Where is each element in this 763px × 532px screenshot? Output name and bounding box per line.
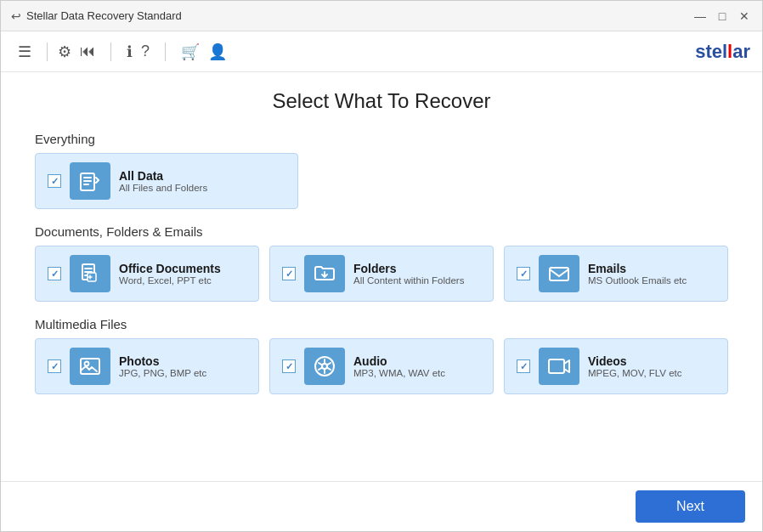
documents-card-row: Office Documents Word, Excel, PPT etc Fo… [35, 246, 728, 302]
app-title: Stellar Data Recovery Standard [26, 9, 182, 22]
svg-rect-3 [550, 268, 568, 280]
folders-icon [304, 255, 345, 292]
main-content: Select What To Recover Everything All Da… [1, 72, 762, 481]
card-all-data[interactable]: All Data All Files and Folders [35, 153, 298, 209]
photos-subtitle: JPG, PNG, BMP etc [119, 368, 206, 378]
audio-title: Audio [353, 354, 445, 368]
toolbar-left: ☰ ⚙ ⏮ ℹ ? 🛒 👤 [13, 39, 227, 65]
card-videos[interactable]: Videos MPEG, MOV, FLV etc [504, 338, 728, 394]
maximize-button[interactable]: □ [715, 8, 730, 24]
settings-icon[interactable]: ⚙ [58, 42, 71, 61]
toolbar-separator-3 [165, 42, 166, 61]
all-data-icon [70, 162, 110, 200]
title-bar-controls: — □ ✕ [692, 8, 752, 24]
videos-subtitle: MPEG, MOV, FLV etc [588, 368, 682, 378]
section-documents-label: Documents, Folders & Emails [35, 224, 728, 239]
brand-text-2: ar [732, 41, 750, 62]
toolbar: ☰ ⚙ ⏮ ℹ ? 🛒 👤 stellar [1, 31, 762, 72]
page-title: Select What To Recover [35, 89, 728, 113]
section-multimedia-label: Multimedia Files [35, 317, 728, 331]
brand-logo: stellar [695, 41, 750, 63]
checkbox-audio[interactable] [282, 359, 296, 373]
folders-text: Folders All Content within Folders [353, 262, 464, 286]
folders-title: Folders [353, 262, 464, 275]
all-data-text: All Data All Files and Folders [119, 169, 207, 193]
videos-title: Videos [588, 354, 682, 368]
close-button[interactable]: ✕ [737, 8, 752, 24]
everything-card-row: All Data All Files and Folders [35, 153, 728, 209]
history-icon[interactable]: ⏮ [80, 42, 95, 60]
all-data-subtitle: All Files and Folders [119, 183, 207, 193]
menu-icon[interactable]: ☰ [13, 39, 37, 65]
emails-text: Emails MS Outlook Emails etc [588, 262, 687, 286]
office-docs-icon [70, 255, 110, 292]
checkbox-videos[interactable] [517, 359, 530, 373]
photos-title: Photos [119, 354, 206, 368]
photos-text: Photos JPG, PNG, BMP etc [119, 354, 206, 378]
brand-text-1: stel [695, 41, 727, 62]
help-icon[interactable]: ? [141, 42, 150, 60]
folders-subtitle: All Content within Folders [353, 275, 464, 286]
section-everything: Everything All Data All Files and Folder… [35, 132, 728, 209]
videos-text: Videos MPEG, MOV, FLV etc [588, 354, 682, 378]
svg-rect-8 [549, 359, 564, 373]
account-icon[interactable]: 👤 [208, 42, 227, 61]
card-photos[interactable]: Photos JPG, PNG, BMP etc [35, 338, 259, 394]
all-data-title: All Data [119, 169, 207, 183]
audio-text: Audio MP3, WMA, WAV etc [353, 354, 445, 378]
multimedia-card-row: Photos JPG, PNG, BMP etc [35, 338, 728, 394]
minimize-button[interactable]: — [692, 8, 708, 24]
checkbox-all-data[interactable] [48, 174, 61, 188]
emails-subtitle: MS Outlook Emails etc [588, 275, 687, 286]
checkbox-emails[interactable] [517, 267, 530, 280]
title-bar: ↩ Stellar Data Recovery Standard — □ ✕ [1, 1, 762, 31]
emails-title: Emails [588, 262, 687, 275]
checkbox-office-docs[interactable] [48, 267, 61, 280]
section-multimedia: Multimedia Files Photos JPG, PNG, BMP et… [35, 317, 728, 394]
audio-icon [304, 348, 345, 385]
card-office-docs[interactable]: Office Documents Word, Excel, PPT etc [35, 246, 259, 302]
toolbar-separator-2 [110, 42, 111, 61]
title-bar-left: ↩ Stellar Data Recovery Standard [11, 9, 182, 23]
footer: Next [1, 481, 762, 531]
photos-icon [70, 348, 110, 385]
checkbox-photos[interactable] [48, 359, 61, 373]
section-everything-label: Everything [35, 132, 728, 146]
emails-icon [539, 255, 579, 292]
office-docs-title: Office Documents [119, 262, 221, 275]
audio-subtitle: MP3, WMA, WAV etc [353, 368, 445, 378]
card-audio[interactable]: Audio MP3, WMA, WAV etc [269, 338, 494, 394]
office-docs-text: Office Documents Word, Excel, PPT etc [119, 262, 221, 286]
office-docs-subtitle: Word, Excel, PPT etc [119, 275, 221, 286]
card-emails[interactable]: Emails MS Outlook Emails etc [504, 246, 728, 302]
cart-icon[interactable]: 🛒 [181, 42, 200, 61]
card-folders[interactable]: Folders All Content within Folders [269, 246, 494, 302]
info-icon[interactable]: ℹ [127, 42, 133, 61]
next-button[interactable]: Next [636, 490, 745, 523]
checkbox-folders[interactable] [282, 267, 296, 280]
svg-point-5 [85, 362, 89, 366]
videos-icon [539, 348, 579, 385]
back-icon: ↩ [11, 9, 21, 23]
section-documents: Documents, Folders & Emails Office Docum… [35, 224, 728, 302]
toolbar-icons: ⚙ ⏮ ℹ ? 🛒 👤 [58, 42, 227, 61]
toolbar-separator-1 [47, 42, 48, 61]
